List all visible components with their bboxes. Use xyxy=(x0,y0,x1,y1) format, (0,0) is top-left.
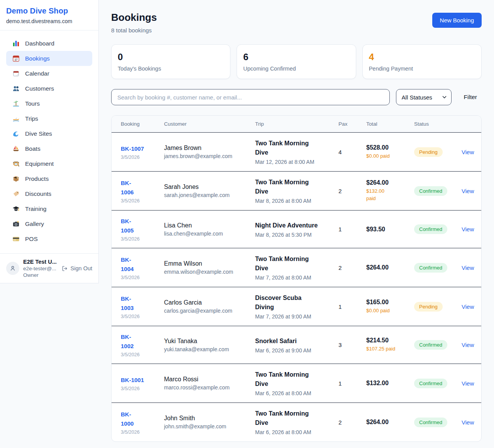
customer-email: lisa.chen@example.com xyxy=(164,231,246,237)
trip-name: Discover Scuba Diving xyxy=(255,293,329,312)
booking-number-link[interactable]: BK-1007 xyxy=(121,144,155,153)
view-booking-link[interactable]: View xyxy=(462,342,474,348)
svg-text:17: 17 xyxy=(15,58,18,61)
stat-card-upcoming-confirmed: 6 Upcoming Confirmed xyxy=(237,44,356,79)
booking-cell: BK- 10063/5/2026 xyxy=(112,172,159,211)
sidebar-item-pos[interactable]: POS xyxy=(6,231,92,246)
sidebar-item-training[interactable]: Training xyxy=(6,201,92,216)
avatar xyxy=(6,262,19,275)
trip-datetime: Mar 6, 2026 at 9:00 AM xyxy=(255,347,329,354)
bar-chart-icon xyxy=(12,40,20,47)
trip-cell: Two Tank Morning DiveMar 12, 2026 at 8:0… xyxy=(250,133,334,172)
booking-number-link[interactable]: BK- 1006 xyxy=(121,179,155,197)
sidebar-nav: Dashboard17BookingsCalendarCustomersTour… xyxy=(0,30,98,253)
speedboat-icon xyxy=(12,115,20,122)
sidebar-item-calendar[interactable]: Calendar xyxy=(6,66,92,81)
booking-number-link[interactable]: BK-1001 xyxy=(121,376,155,385)
actions-cell: View xyxy=(457,172,482,211)
booking-date: 3/5/2026 xyxy=(121,429,155,435)
sidebar-item-products[interactable]: Products xyxy=(6,171,92,186)
view-booking-link[interactable]: View xyxy=(462,264,474,271)
sidebar-item-dashboard[interactable]: Dashboard xyxy=(6,36,92,51)
pax-cell: 1 xyxy=(334,364,362,403)
booking-number-link[interactable]: BK- 1000 xyxy=(121,410,155,428)
sidebar-item-label: Dashboard xyxy=(25,40,54,47)
customer-name: James Brown xyxy=(164,145,246,152)
table-row: BK- 10063/5/2026Sarah Jonessarah.jones@e… xyxy=(112,172,482,211)
pax-cell: 2 xyxy=(334,403,362,442)
sidebar-item-bookings[interactable]: 17Bookings xyxy=(6,51,92,66)
column-header-status: Status xyxy=(409,116,457,133)
table-row: BK- 10053/5/2026Lisa Chenlisa.chen@examp… xyxy=(112,211,482,248)
booking-number-link[interactable]: BK- 1004 xyxy=(121,255,155,274)
booking-cell: BK- 10033/5/2026 xyxy=(112,287,159,326)
view-booking-link[interactable]: View xyxy=(462,380,474,387)
user-email: e2e-tester@... xyxy=(23,266,58,271)
stats-row: 0 Today's Bookings 6 Upcoming Confirmed … xyxy=(111,44,482,79)
sign-out-button[interactable]: Sign Out xyxy=(61,265,92,272)
customer-email: james.brown@example.com xyxy=(164,153,246,159)
booking-number-link[interactable]: BK- 1005 xyxy=(121,217,155,235)
island-icon xyxy=(12,100,20,107)
status-badge: Pending xyxy=(414,147,443,157)
customer-cell: Yuki Tanakayuki.tanaka@example.com xyxy=(159,326,250,364)
sidebar-footer: E2E Test U... e2e-tester@... Owner Sign … xyxy=(0,253,98,283)
stat-value: 4 xyxy=(369,52,475,62)
status-filter-select[interactable]: All Statuses xyxy=(396,89,452,105)
booking-number-link[interactable]: BK- 1003 xyxy=(121,294,155,313)
sidebar-item-customers[interactable]: Customers xyxy=(6,81,92,96)
column-header-trip: Trip xyxy=(250,116,334,133)
sidebar-item-label: Tours xyxy=(25,100,40,107)
booking-number-link[interactable]: BK- 1002 xyxy=(121,332,155,351)
sidebar-item-label: Products xyxy=(25,175,49,182)
camera-icon xyxy=(12,220,20,227)
sidebar-item-label: POS xyxy=(25,236,38,243)
view-booking-link[interactable]: View xyxy=(462,303,474,310)
sidebar-item-dive-sites[interactable]: Dive Sites xyxy=(6,126,92,141)
customer-cell: Marco Rossimarco.rossi@example.com xyxy=(159,364,250,403)
booking-date: 3/5/2026 xyxy=(121,198,155,204)
actions-cell: View xyxy=(457,364,482,403)
sidebar-item-equipment[interactable]: Equipment xyxy=(6,156,92,171)
new-booking-button[interactable]: New Booking xyxy=(432,13,482,28)
user-role: Owner xyxy=(23,272,58,278)
sidebar-item-tours[interactable]: Tours xyxy=(6,96,92,111)
view-booking-link[interactable]: View xyxy=(462,149,474,155)
filter-button[interactable]: Filter xyxy=(464,94,477,101)
customer-name: Yuki Tanaka xyxy=(164,338,246,345)
view-booking-link[interactable]: View xyxy=(462,419,474,426)
customer-cell: Emma Wilsonemma.wilson@example.com xyxy=(159,248,250,287)
table-row: BK-10073/5/2026James Brownjames.brown@ex… xyxy=(112,133,482,172)
pax-cell: 2 xyxy=(334,172,362,211)
booking-date: 3/5/2026 xyxy=(121,386,155,391)
pax-count: 4 xyxy=(338,149,357,155)
view-booking-link[interactable]: View xyxy=(462,226,474,232)
view-booking-link[interactable]: View xyxy=(462,188,474,194)
package-icon xyxy=(12,175,20,182)
user-icon xyxy=(9,264,17,272)
status-cell: Confirmed xyxy=(409,248,457,287)
customer-cell: Sarah Jonessarah.jones@example.com xyxy=(159,172,250,211)
stat-label: Today's Bookings xyxy=(118,66,224,72)
total-amount: $264.00 xyxy=(366,419,405,426)
booking-cell: BK-10073/5/2026 xyxy=(112,133,159,172)
trip-cell: Two Tank Morning DiveMar 6, 2026 at 8:00… xyxy=(250,403,334,442)
customer-name: Emma Wilson xyxy=(164,260,246,267)
sidebar-item-trips[interactable]: Trips xyxy=(6,111,92,126)
customer-cell: James Brownjames.brown@example.com xyxy=(159,133,250,172)
customer-email: yuki.tanaka@example.com xyxy=(164,346,246,352)
status-cell: Pending xyxy=(409,133,457,172)
stat-value: 0 xyxy=(118,52,224,62)
sidebar-item-discounts[interactable]: Discounts xyxy=(6,186,92,201)
sidebar-item-label: Dive Sites xyxy=(25,130,52,137)
page-header: Bookings 8 total bookings New Booking xyxy=(111,12,482,34)
column-header-actions xyxy=(457,116,482,133)
actions-cell: View xyxy=(457,248,482,287)
sidebar-item-boats[interactable]: Boats xyxy=(6,141,92,156)
status-badge: Confirmed xyxy=(414,379,447,388)
total-amount: $214.50 xyxy=(366,337,405,344)
status-badge: Confirmed xyxy=(414,340,447,350)
trip-name: Night Dive Adventure xyxy=(255,221,329,230)
search-input[interactable] xyxy=(111,89,390,105)
sidebar-item-gallery[interactable]: Gallery xyxy=(6,216,92,231)
